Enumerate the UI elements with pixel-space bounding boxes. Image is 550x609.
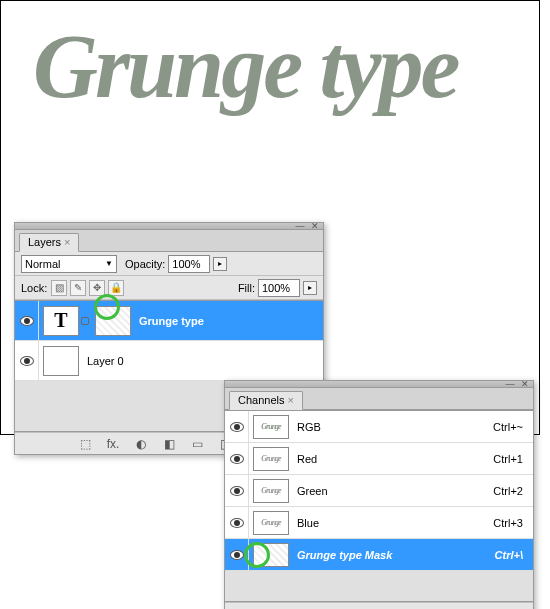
opacity-label: Opacity: — [125, 258, 165, 270]
channel-shortcut: Ctrl+~ — [493, 421, 523, 433]
grunge-type-text: Grunge type — [33, 15, 457, 118]
channel-name: Green — [297, 485, 328, 497]
fill-label: Fill: — [238, 282, 255, 294]
channel-name: Red — [297, 453, 317, 465]
channel-shortcut: Ctrl+1 — [493, 453, 523, 465]
lock-row: Lock: ▧ ✎ ✥ 🔒 Fill: 100% ▸ — [15, 276, 323, 300]
tab-close-icon[interactable]: × — [64, 236, 70, 248]
eye-icon — [230, 454, 244, 464]
eye-icon — [230, 550, 244, 560]
channel-row-blue[interactable]: Grunge Blue Ctrl+3 — [225, 507, 533, 539]
channels-list: Grunge RGB Ctrl+~ Grunge Red Ctrl+1 Grun… — [225, 410, 533, 602]
panel-drag-handle[interactable]: — ✕ — [225, 381, 533, 388]
channels-empty-area — [225, 571, 533, 601]
opacity-flyout-icon[interactable]: ▸ — [213, 257, 227, 271]
eye-icon — [20, 316, 34, 326]
tab-row: Channels× — [225, 388, 533, 410]
fx-icon[interactable]: fx. — [105, 437, 121, 451]
channels-footer: ◌ ◧ ◲ 🗑 — [225, 602, 533, 609]
blend-mode-select[interactable]: Normal ▼ — [21, 255, 117, 273]
visibility-toggle[interactable] — [15, 301, 39, 340]
eye-icon — [230, 422, 244, 432]
lock-label: Lock: — [21, 282, 47, 294]
blend-row: Normal ▼ Opacity: 100% ▸ — [15, 252, 323, 276]
fill-input[interactable]: 100% — [258, 279, 300, 297]
channel-thumb: Grunge — [253, 511, 289, 535]
channel-name: RGB — [297, 421, 321, 433]
eye-icon — [230, 518, 244, 528]
tab-close-icon[interactable]: × — [287, 394, 293, 406]
tab-row: Layers× — [15, 230, 323, 252]
layer-row-layer0[interactable]: Layer 0 — [15, 341, 323, 381]
visibility-toggle[interactable] — [15, 341, 39, 380]
mask-icon[interactable]: ◐ — [133, 437, 149, 451]
channel-shortcut: Ctrl+\ — [495, 549, 523, 561]
highlight-circle — [244, 542, 270, 568]
channel-name: Grunge type Mask — [297, 549, 392, 561]
channel-row-mask[interactable]: Grunge type Mask Ctrl+\ — [225, 539, 533, 571]
channel-thumb: Grunge — [253, 415, 289, 439]
visibility-toggle[interactable] — [225, 443, 249, 474]
layer-thumb[interactable] — [43, 346, 79, 376]
adjustment-icon[interactable]: ◧ — [161, 437, 177, 451]
tab-label: Layers — [28, 236, 61, 248]
lock-move-icon[interactable]: ✥ — [89, 280, 105, 296]
chevron-down-icon: ▼ — [105, 259, 113, 268]
opacity-input[interactable]: 100% — [168, 255, 210, 273]
link-layers-icon[interactable]: ⬚ — [77, 437, 93, 451]
panel-drag-handle[interactable]: — ✕ — [15, 223, 323, 230]
channels-panel: — ✕ Channels× Grunge RGB Ctrl+~ Grunge R… — [224, 380, 534, 609]
fill-flyout-icon[interactable]: ▸ — [303, 281, 317, 295]
lock-all-icon[interactable]: 🔒 — [108, 280, 124, 296]
tab-layers[interactable]: Layers× — [19, 233, 79, 252]
layer-name: Grunge type — [139, 315, 204, 327]
eye-icon — [230, 486, 244, 496]
mask-link-icon[interactable] — [81, 317, 89, 325]
channel-thumb: Grunge — [253, 447, 289, 471]
lock-transparent-icon[interactable]: ▧ — [51, 280, 67, 296]
lock-paint-icon[interactable]: ✎ — [70, 280, 86, 296]
type-glyph: T — [54, 309, 67, 332]
channel-shortcut: Ctrl+3 — [493, 517, 523, 529]
channel-row-rgb[interactable]: Grunge RGB Ctrl+~ — [225, 411, 533, 443]
visibility-toggle[interactable] — [225, 475, 249, 506]
eye-icon — [20, 356, 34, 366]
layer-type-thumb[interactable]: T — [43, 306, 79, 336]
highlight-circle — [94, 294, 120, 320]
channel-row-red[interactable]: Grunge Red Ctrl+1 — [225, 443, 533, 475]
tab-channels[interactable]: Channels× — [229, 391, 303, 410]
blend-mode-value: Normal — [25, 258, 60, 270]
channel-row-green[interactable]: Grunge Green Ctrl+2 — [225, 475, 533, 507]
visibility-toggle[interactable] — [225, 507, 249, 538]
visibility-toggle[interactable] — [225, 411, 249, 442]
layer-name: Layer 0 — [87, 355, 124, 367]
layer-row-grunge-type[interactable]: T Grunge type — [15, 301, 323, 341]
channel-name: Blue — [297, 517, 319, 529]
channel-thumb: Grunge — [253, 479, 289, 503]
channel-shortcut: Ctrl+2 — [493, 485, 523, 497]
tab-label: Channels — [238, 394, 284, 406]
group-icon[interactable]: ▭ — [189, 437, 205, 451]
